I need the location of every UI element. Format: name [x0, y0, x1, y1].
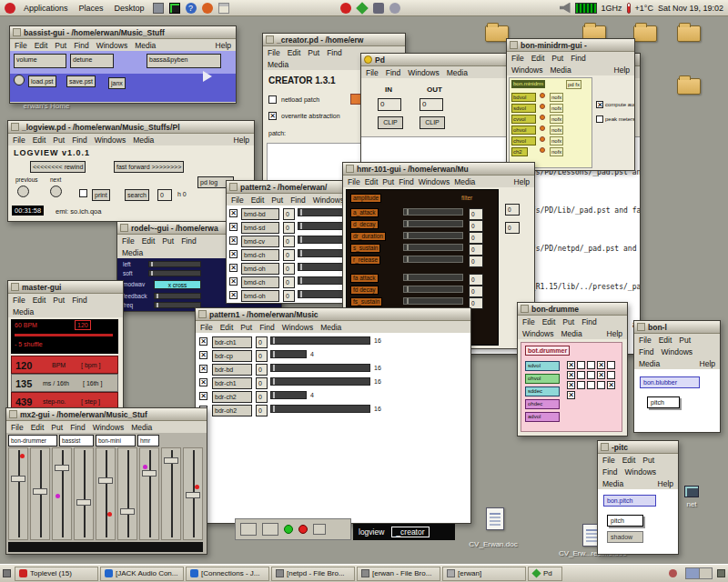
param-box[interactable]: ohvol: [525, 374, 560, 384]
in-meter[interactable]: 0: [378, 98, 401, 111]
menu-media[interactable]: Media: [602, 479, 623, 488]
menu-put[interactable]: Put: [240, 323, 252, 332]
bpm-value[interactable]: 120: [15, 360, 32, 371]
document-icon[interactable]: [486, 507, 504, 530]
blubber-object[interactable]: bon.blubber: [640, 376, 700, 388]
menu-file[interactable]: File: [511, 54, 524, 63]
pitch-box[interactable]: pitch: [647, 396, 680, 408]
track-slider[interactable]: [270, 391, 307, 399]
track-numbox[interactable]: 0: [283, 290, 295, 302]
volume-slider[interactable]: volume: [14, 54, 66, 68]
menu-put[interactable]: Put: [562, 317, 574, 326]
channel-radio[interactable]: [540, 93, 545, 98]
param-numbox[interactable]: 0: [469, 208, 483, 220]
track-slider[interactable]: [270, 364, 370, 372]
track-name[interactable]: bdr-ch1: [212, 377, 252, 389]
menu-places[interactable]: Places: [76, 3, 106, 14]
menu-help[interactable]: Help: [607, 329, 622, 338]
menu-file[interactable]: File: [200, 323, 213, 332]
channel-header[interactable]: bon-mini: [96, 435, 136, 447]
track-checkbox[interactable]: [199, 337, 207, 346]
previous-button[interactable]: [17, 186, 29, 197]
search-numbox[interactable]: 0: [157, 189, 172, 201]
titlebar[interactable]: bon-minidrm-gui -: [507, 39, 634, 52]
menu-help[interactable]: Help: [700, 359, 715, 368]
taskbar-button[interactable]: [netpd - File Bro...: [271, 567, 355, 581]
menu-edit[interactable]: Edit: [35, 41, 48, 50]
channel-label[interactable]: sdvol: [511, 104, 536, 113]
channel-radio[interactable]: [540, 115, 545, 120]
green-indicator[interactable]: [284, 525, 293, 534]
menu-put[interactable]: Put: [53, 135, 65, 145]
track-name[interactable]: bdr-ch2: [212, 391, 252, 403]
bang-button[interactable]: [14, 75, 25, 85]
workspace-active[interactable]: [686, 568, 699, 578]
menu-edit[interactable]: Edit: [288, 48, 301, 57]
menu-file[interactable]: File: [13, 135, 25, 145]
menu-media[interactable]: Media: [131, 423, 152, 432]
track-slider[interactable]: [270, 336, 370, 345]
param-box[interactable]: sdvol: [525, 361, 560, 371]
channel-fx[interactable]: nofx: [550, 147, 563, 156]
menu-windows[interactable]: Windows: [419, 177, 450, 186]
step-checkbox[interactable]: [587, 381, 595, 389]
track-numbox[interactable]: 0: [256, 350, 268, 362]
menu-windows[interactable]: Windows: [522, 329, 553, 338]
load-preset-button[interactable]: load.pst: [28, 75, 56, 87]
titlebar[interactable]: _logview.pd - /home/erwan/Music_Stuffs/P…: [8, 121, 254, 134]
menu-put[interactable]: Put: [679, 336, 691, 345]
menu-windows[interactable]: Windows: [408, 68, 439, 77]
menu-media[interactable]: Media: [13, 307, 34, 316]
menu-find[interactable]: Find: [386, 68, 401, 77]
channel-radio[interactable]: [540, 125, 545, 131]
applet-icon[interactable]: [669, 569, 677, 577]
taskbar-button-pd[interactable]: Pd: [528, 567, 562, 581]
menu-find[interactable]: Find: [290, 196, 306, 205]
channel-radio[interactable]: [540, 147, 545, 153]
clip-in-button[interactable]: CLIP: [378, 116, 403, 129]
menu-file[interactable]: File: [231, 196, 244, 205]
menu-edit[interactable]: Edit: [542, 317, 556, 326]
track-checkbox[interactable]: [229, 264, 238, 272]
menu-file[interactable]: File: [268, 48, 280, 57]
menu-find[interactable]: Find: [70, 423, 86, 432]
track-numbox[interactable]: 0: [283, 276, 295, 288]
param-slider[interactable]: [403, 220, 463, 227]
fader-strip[interactable]: [74, 447, 94, 540]
param-box[interactable]: ohdec: [525, 399, 560, 409]
menu-put[interactable]: Put: [51, 423, 63, 432]
menu-find[interactable]: Find: [327, 48, 342, 57]
channel-radio[interactable]: [540, 136, 545, 142]
menu-help[interactable]: Help: [658, 479, 673, 488]
rewind-button[interactable]: <<<<<<<< rewind: [30, 161, 86, 173]
fader-strip[interactable]: [52, 447, 72, 540]
step-checkbox[interactable]: [577, 371, 585, 379]
fader-strip[interactable]: [8, 447, 28, 540]
param-slider[interactable]: [403, 244, 463, 251]
titlebar[interactable]: bon-l: [634, 321, 720, 334]
menu-find[interactable]: Find: [74, 41, 89, 50]
menu-windows[interactable]: Windows: [313, 196, 344, 205]
menu-edit[interactable]: Edit: [220, 323, 234, 332]
track-slider[interactable]: [270, 377, 370, 386]
param-slider[interactable]: [403, 256, 463, 263]
volume-icon[interactable]: [560, 3, 571, 14]
channel-header[interactable]: hmr: [137, 435, 159, 447]
step-checkbox[interactable]: [567, 371, 575, 379]
taskbar-button[interactable]: [JACK Audio Con...: [100, 567, 184, 581]
menu-help[interactable]: Help: [216, 41, 231, 50]
track-name[interactable]: bmd-sd: [241, 222, 279, 234]
param-numbox[interactable]: 0: [469, 256, 483, 267]
menu-applications[interactable]: Applications: [21, 3, 71, 14]
menu-edit[interactable]: Edit: [33, 135, 46, 145]
track-checkbox[interactable]: [229, 291, 238, 299]
print-checkbox[interactable]: [79, 189, 87, 197]
feedback-slider[interactable]: [154, 293, 201, 299]
fx-subpatch[interactable]: pd fx: [566, 80, 581, 89]
menu-edit[interactable]: Edit: [531, 54, 545, 63]
track-name[interactable]: bdr-cp: [212, 350, 252, 362]
channel-fx[interactable]: nofx: [550, 104, 563, 113]
step-value[interactable]: 439: [15, 396, 32, 407]
channel-label[interactable]: cvvol: [511, 115, 536, 124]
param-slider[interactable]: [403, 274, 463, 281]
